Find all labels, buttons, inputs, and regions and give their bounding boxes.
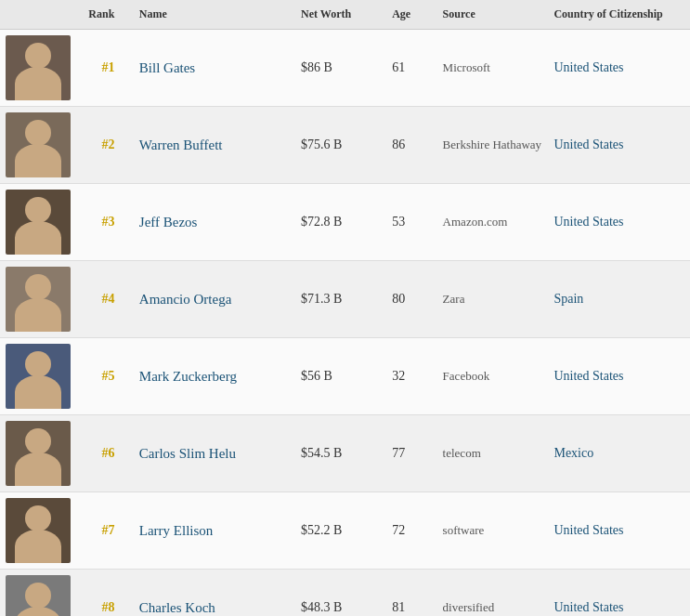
- table-row: #2Warren Buffett$75.6 B86Berkshire Hatha…: [0, 107, 690, 184]
- source-value: Zara: [437, 261, 549, 338]
- table-row: #3Jeff Bezos$72.8 B53Amazon.comUnited St…: [0, 184, 690, 261]
- age-value: 86: [386, 107, 436, 184]
- net-worth-value: $48.3 B: [295, 570, 386, 617]
- rank-value: #8: [83, 570, 133, 617]
- source-value: diversified: [437, 570, 549, 617]
- rank-value: #7: [83, 492, 133, 570]
- source-value: Berkshire Hathaway: [437, 107, 549, 184]
- col-header-name: Name: [134, 0, 295, 30]
- rank-value: #3: [83, 184, 133, 261]
- person-name: Carlos Slim Helu: [134, 415, 295, 492]
- age-value: 32: [386, 338, 436, 415]
- rank-value: #1: [83, 30, 133, 107]
- person-name: Amancio Ortega: [134, 261, 295, 338]
- source-value: telecom: [437, 415, 549, 492]
- net-worth-value: $72.8 B: [295, 184, 386, 261]
- country-value: United States: [548, 570, 690, 617]
- table-row: #6Carlos Slim Helu$54.5 B77telecomMexico: [0, 415, 690, 492]
- person-name: Mark Zuckerberg: [134, 338, 295, 415]
- table-row: #5Mark Zuckerberg$56 B32FacebookUnited S…: [0, 338, 690, 415]
- net-worth-value: $75.6 B: [295, 107, 386, 184]
- country-value: United States: [548, 492, 690, 570]
- table-row: #4Amancio Ortega$71.3 B80ZaraSpain: [0, 261, 690, 338]
- net-worth-value: $54.5 B: [295, 415, 386, 492]
- col-header-age: Age: [386, 0, 436, 30]
- person-photo: [0, 415, 83, 492]
- person-photo: [0, 184, 83, 261]
- country-value: Mexico: [548, 415, 690, 492]
- net-worth-value: $86 B: [295, 30, 386, 107]
- person-photo: [0, 261, 83, 338]
- person-name: Charles Koch: [134, 570, 295, 617]
- age-value: 80: [386, 261, 436, 338]
- rank-value: #6: [83, 415, 133, 492]
- net-worth-value: $71.3 B: [295, 261, 386, 338]
- net-worth-value: $56 B: [295, 338, 386, 415]
- source-value: Amazon.com: [437, 184, 549, 261]
- source-value: software: [437, 492, 549, 570]
- age-value: 81: [386, 570, 436, 617]
- person-photo: [0, 30, 83, 107]
- age-value: 61: [386, 30, 436, 107]
- source-value: Facebook: [437, 338, 549, 415]
- table-row: #8Charles Koch$48.3 B81diversifiedUnited…: [0, 570, 690, 617]
- age-value: 77: [386, 415, 436, 492]
- person-name: Bill Gates: [134, 30, 295, 107]
- billionaires-table: Rank Name Net Worth Age Source Country o…: [0, 0, 690, 616]
- table-header-row: Rank Name Net Worth Age Source Country o…: [0, 0, 690, 30]
- country-value: United States: [548, 107, 690, 184]
- person-photo: [0, 107, 83, 184]
- net-worth-value: $52.2 B: [295, 492, 386, 570]
- country-value: United States: [548, 184, 690, 261]
- country-value: United States: [548, 338, 690, 415]
- rank-value: #4: [83, 261, 133, 338]
- person-name: Warren Buffett: [134, 107, 295, 184]
- table-row: #7Larry Ellison$52.2 B72softwareUnited S…: [0, 492, 690, 570]
- col-header-country: Country of Citizenship: [548, 0, 690, 30]
- person-photo: [0, 338, 83, 415]
- col-header-photo: [0, 0, 83, 30]
- country-value: United States: [548, 30, 690, 107]
- person-photo: [0, 570, 83, 617]
- col-header-rank: Rank: [83, 0, 133, 30]
- person-name: Jeff Bezos: [134, 184, 295, 261]
- rank-value: #2: [83, 107, 133, 184]
- country-value: Spain: [548, 261, 690, 338]
- person-name: Larry Ellison: [134, 492, 295, 570]
- age-value: 72: [386, 492, 436, 570]
- rank-value: #5: [83, 338, 133, 415]
- source-value: Microsoft: [437, 30, 549, 107]
- table-row: #1Bill Gates$86 B61MicrosoftUnited State…: [0, 30, 690, 107]
- col-header-networth: Net Worth: [295, 0, 386, 30]
- person-photo: [0, 492, 83, 570]
- col-header-source: Source: [437, 0, 549, 30]
- age-value: 53: [386, 184, 436, 261]
